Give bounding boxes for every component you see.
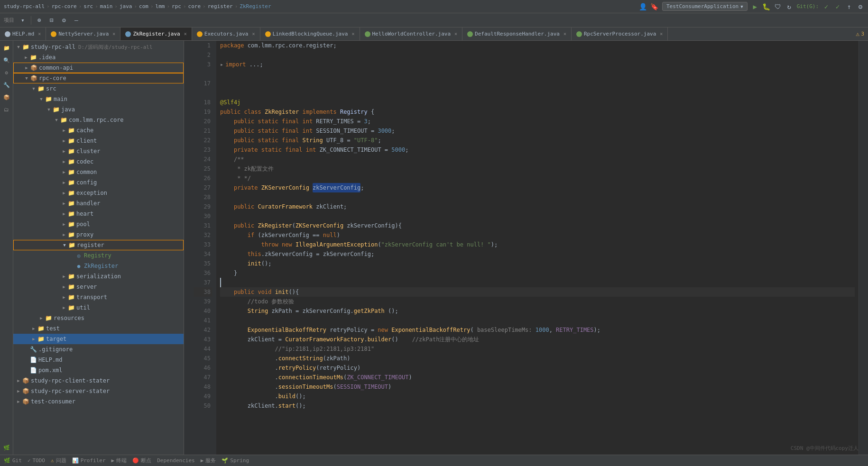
git-check-icon[interactable]: ✓ — [822, 3, 830, 10]
run-config-arrow: ▼ — [740, 4, 743, 9]
services-bottom[interactable]: ▶ 服务 — [201, 457, 216, 464]
tab-helloworldcontroller[interactable]: HelloWorldController.java × — [360, 27, 463, 40]
code-line-23: private static final int ZK_CONNECT_TIME… — [220, 145, 855, 155]
run-config[interactable]: TestConsumerApplication ▼ — [662, 2, 748, 11]
tree-item-util[interactable]: ▶ 📁 util — [13, 302, 184, 313]
left-icon-git[interactable]: 🌿 — [1, 442, 12, 453]
tree-item-java[interactable]: ▼ 📁 java — [13, 104, 184, 115]
tree-item-handler[interactable]: ▶ 📁 handler — [13, 198, 184, 209]
sync-icon[interactable]: ↻ — [785, 3, 793, 10]
spring-bottom[interactable]: 🌱 Spring — [222, 457, 249, 464]
code-line-28 — [220, 192, 855, 202]
tree-item-register[interactable]: ▼ 📁 register — [13, 240, 184, 250]
git-label[interactable]: Git(G): — [797, 3, 819, 10]
tab-zkregister[interactable]: ZkRegister.java × — [120, 27, 192, 40]
bookmark-icon[interactable]: 🔖 — [651, 3, 658, 10]
tree-item-gitignore[interactable]: ▶ 🔧 .gitignore — [13, 344, 184, 355]
dependencies-bottom[interactable]: Dependencies — [157, 457, 194, 464]
tree-item-registry[interactable]: ▶ ◎ Registry — [13, 250, 184, 261]
left-icon-3[interactable]: ⚙ — [1, 67, 12, 78]
tree-item-src[interactable]: ▼ 📁 src — [13, 83, 184, 94]
bc-zkregister: ZkRegister — [240, 3, 271, 9]
tree-item-common-api[interactable]: ▶ 📦 common-api — [13, 63, 184, 73]
tree-item-resources[interactable]: ▶ 📁 resources — [13, 313, 184, 323]
tab-rpcserverprocessor[interactable]: RpcServerProcessor.java × — [572, 27, 668, 40]
profiler-bottom[interactable]: 📊 Profiler — [72, 457, 106, 464]
git-up-icon[interactable]: ↑ — [845, 3, 853, 10]
sidebar: ▼ 📁 study-rpc-all D:/源码阅读/study-rpc-all … — [13, 41, 184, 455]
run-icon[interactable]: ▶ — [751, 3, 759, 10]
tree-item-codec[interactable]: ▶ 📁 codec — [13, 156, 184, 167]
tree-item-rpc-core[interactable]: ▼ 📦 rpc-core — [13, 73, 184, 83]
code-area[interactable]: package com.lmm.rpc.core.register; ▸impo… — [216, 41, 859, 455]
tree-item-exception[interactable]: ▶ 📁 exception — [13, 188, 184, 198]
tree-item-common[interactable]: ▶ 📁 common — [13, 167, 184, 177]
tree-item-pool[interactable]: ▶ 📁 pool — [13, 219, 184, 229]
toolbar-btn-2[interactable]: ⊟ — [46, 15, 57, 26]
tree-item-config[interactable]: ▶ 📁 config — [13, 177, 184, 188]
code-line-37 — [220, 278, 855, 287]
breakpoints-bottom[interactable]: 🔴 断点 — [132, 457, 151, 464]
code-line-31: public ZkRegister(ZKServerConfig zkServe… — [220, 221, 855, 230]
tab-executors[interactable]: Executors.java × — [192, 27, 260, 40]
profile-icon[interactable]: 👤 — [639, 3, 647, 10]
tree-item-test-consumer[interactable]: ▶ 📦 test-consumer — [13, 396, 184, 407]
code-line-40: String zkPath = zkServerConfig.getZkPath… — [220, 306, 855, 316]
left-icon-6[interactable]: 🗂 — [1, 104, 12, 115]
tree-item-proxy[interactable]: ▶ 📁 proxy — [13, 229, 184, 240]
todo-bottom[interactable]: ✓ TODO — [28, 457, 45, 464]
tree-item-cluster[interactable]: ▶ 📁 cluster — [13, 146, 184, 156]
tree-item-package[interactable]: ▼ 📁 com.lmm.rpc.core — [13, 115, 184, 125]
git-bottom[interactable]: 🌿 Git — [4, 457, 22, 464]
coverage-icon[interactable]: 🛡 — [774, 3, 782, 10]
run-config-label: TestConsumerApplication — [666, 3, 739, 9]
debug-icon[interactable]: 🐛 — [763, 3, 770, 10]
left-icon-2[interactable]: 🔍 — [1, 55, 12, 65]
tab-help[interactable]: HELP.md × — [0, 27, 46, 40]
tree-item-serialization[interactable]: ▶ 📁 serialization — [13, 271, 184, 282]
tree-item-server[interactable]: ▶ 📁 server — [13, 282, 184, 292]
tree-item-client[interactable]: ▶ 📁 client — [13, 136, 184, 146]
terminal-bottom[interactable]: ▶ 终端 — [111, 457, 127, 464]
top-bar-right: 👤 🔖 TestConsumerApplication ▼ ▶ 🐛 🛡 ↻ Gi… — [639, 2, 864, 11]
tree-item-target[interactable]: ▶ 📁 target — [13, 334, 184, 344]
tree-item-test[interactable]: ▶ 📁 test — [13, 323, 184, 334]
tree-item-zkregister-file[interactable]: ▶ ● ZkRegister — [13, 261, 184, 271]
tree-item-server-stater[interactable]: ▶ 📦 study-rpc-server-stater — [13, 386, 184, 396]
bc-rpc-core[interactable]: rpc-core — [52, 3, 77, 9]
code-line-38: public void init(){ — [220, 287, 855, 297]
tree-item-cache[interactable]: ▶ 📁 cache — [13, 125, 184, 136]
tree-item-heart[interactable]: ▶ 📁 heart — [13, 209, 184, 219]
code-line-50: zkClient.start(); — [220, 401, 855, 411]
settings-icon[interactable]: ⚙ — [857, 3, 864, 10]
breadcrumb: study-rpc-all › rpc-core › src › main › … — [4, 3, 271, 9]
code-line-48: .sessionTimeoutMs(SESSION_TIMEOUT) — [220, 382, 855, 392]
tree-item-main[interactable]: ▼ 📁 main — [13, 94, 184, 104]
tab-linkedblocking[interactable]: LinkedBlockingQueue.java × — [260, 27, 360, 40]
tree-item-transport[interactable]: ▶ 📁 transport — [13, 292, 184, 302]
code-line-17 — [220, 69, 855, 98]
left-icon-5[interactable]: 📦 — [1, 92, 12, 102]
toolbar: 项目 ▾ ⊕ ⊟ ⚙ — — [0, 13, 868, 27]
bc-register: register — [208, 3, 233, 9]
problems-bottom[interactable]: ⚠ 问题 — [51, 457, 66, 464]
left-icon-1[interactable]: 📁 — [1, 43, 12, 53]
code-line-39: //todo 参数校验 — [220, 297, 855, 306]
tab-defaultresponsehandler[interactable]: DefaultResponseHandler.java × — [462, 27, 572, 40]
code-line-42: ExponentialBackoffRetry retryPolicy = ne… — [220, 325, 855, 335]
left-icon-4[interactable]: 🔧 — [1, 80, 12, 90]
bc-study[interactable]: study-rpc-all — [4, 3, 45, 9]
bc-com: com — [139, 3, 148, 9]
toolbar-dropdown-icon[interactable]: ▾ — [17, 15, 28, 26]
toolbar-btn-3[interactable]: ⚙ — [58, 15, 70, 26]
tree-item-pomxml[interactable]: ▶ 📄 pom.xml — [13, 365, 184, 375]
tree-item-client-stater[interactable]: ▶ 📦 study-rpc-client-stater — [13, 375, 184, 386]
code-line-44: //"ip:2181,ip2:2181,ip3:2181" — [220, 344, 855, 354]
tree-item-idea[interactable]: ▶ 📁 .idea — [13, 52, 184, 63]
git-check2-icon[interactable]: ✓ — [834, 3, 841, 10]
toolbar-btn-4[interactable]: — — [71, 15, 82, 26]
tab-nettyserver[interactable]: NettyServer.java × — [46, 27, 120, 40]
toolbar-btn-1[interactable]: ⊕ — [34, 15, 45, 26]
tree-item-helpmd[interactable]: ▶ 📄 HELP.md — [13, 355, 184, 365]
tree-item-study-rpc-all[interactable]: ▼ 📁 study-rpc-all D:/源码阅读/study-rpc-all — [13, 42, 184, 52]
